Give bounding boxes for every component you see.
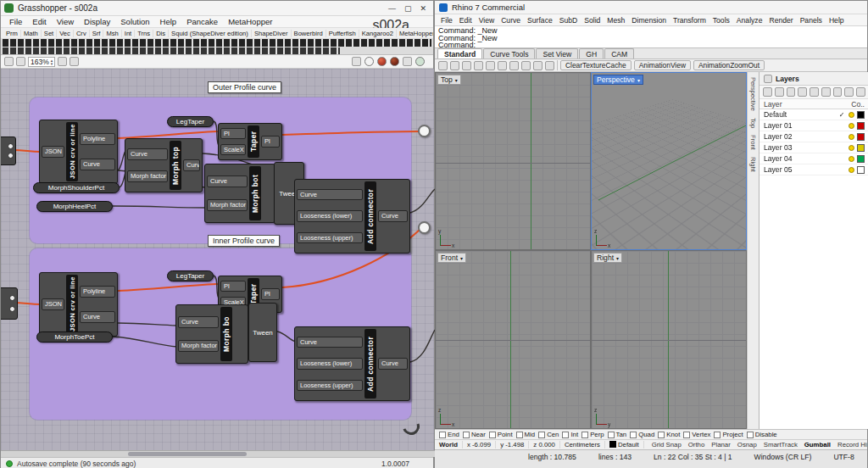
viewport-label-right[interactable]: Right ▾ [593,253,622,263]
delete-layer-icon[interactable] [787,87,796,97]
tab-gh[interactable]: GH [579,48,604,58]
wire[interactable] [282,131,420,135]
wire[interactable] [410,330,435,362]
maximize-icon[interactable]: ▢ [404,4,412,13]
viewport-right[interactable]: Right ▾ y z [591,250,747,429]
param-morphtoepct[interactable]: MorphToePct [36,332,113,343]
toggle-planar[interactable]: Planar [708,441,734,448]
solver-toggle-icon[interactable] [415,57,425,66]
output-jack-icon[interactable] [9,306,15,312]
output-curve[interactable]: Curve [183,159,200,171]
layer-visibility-bulb-icon[interactable] [849,145,854,151]
wire[interactable] [118,323,177,326]
layer-visibility-bulb-icon[interactable] [849,156,854,162]
gh-tab-int[interactable]: Int [122,30,135,37]
wire[interactable] [118,284,218,291]
input-morph-factor[interactable]: Morph factor [127,170,168,182]
output-polyline[interactable]: Polyline [80,133,115,145]
chevron-down-icon[interactable]: ▾ [460,255,463,261]
layer-name[interactable]: Layer 04 [764,154,835,163]
osnap-checkbox[interactable] [608,432,615,438]
layer-visibility-bulb-icon[interactable] [849,112,854,118]
component-add-connector-outer[interactable]: Curve Looseness (lower) Looseness (upper… [294,179,410,254]
zoom-out-icon[interactable]: ▾ [51,62,53,65]
gh-menu-metahopper[interactable]: MetaHopper [223,17,277,26]
osnap-checkbox[interactable] [658,432,665,438]
input-looseness-lower[interactable]: Looseness (lower) [297,210,363,222]
rhino-menu-tools[interactable]: Tools [709,16,733,25]
toggle-osnap[interactable]: Osnap [734,441,760,448]
wire[interactable] [410,189,435,213]
rhino-menu-mesh[interactable]: Mesh [604,16,628,25]
toolbar-button-animationzoomout[interactable]: AnimationZoomOut [693,60,765,70]
viewport-label-front[interactable]: Front ▾ [437,253,466,263]
input-morph-factor[interactable]: Morph factor [178,340,219,352]
gh-menu-edit[interactable]: Edit [27,17,51,26]
component-json-crv-or-line-inner[interactable]: JSON JSON crv or line Polyline Curve [39,272,118,337]
undo-icon[interactable] [486,61,495,70]
output-pl[interactable]: Pl [261,136,280,148]
gh-tab-pufferfish[interactable]: Pufferfish [326,30,359,37]
rotate-view-icon[interactable] [533,61,542,70]
osnap-tan[interactable]: Tan [608,431,627,438]
component-json-crv-or-line-outer[interactable]: JSON JSON crv or line Polyline Curve [39,120,118,184]
output-curve[interactable]: Curve [378,358,408,370]
layer-row[interactable]: Layer 05 [760,164,868,176]
param-legtaper-inner[interactable]: LegTaper [167,270,214,281]
gh-menu-view[interactable]: View [52,17,79,26]
camera-icon[interactable] [403,57,412,66]
layer-name[interactable]: Default [764,110,835,119]
pan-icon[interactable] [509,61,519,70]
osnap-checkbox[interactable] [683,432,690,438]
wire[interactable] [13,150,41,152]
rhino-menu-transform[interactable]: Transform [670,16,709,25]
osnap-point[interactable]: Point [489,431,513,438]
input-looseness-upper[interactable]: Looseness (upper) [297,380,363,392]
wire[interactable] [118,131,218,138]
gh-tab-kangaroo2[interactable]: Kangaroo2 [359,30,397,37]
rhino-menu-help[interactable]: Help [826,16,848,25]
new-sublayer-icon[interactable] [775,87,784,97]
cplane-button[interactable]: World [435,441,463,448]
component-tween-inner[interactable]: Tween [248,303,277,362]
toolbar-button-cleartexturecache[interactable]: ClearTextureCache [560,60,632,70]
canvas-output-port[interactable] [418,125,431,137]
side-tab-perspective[interactable]: Perspective [749,77,757,111]
current-layer-button[interactable]: Default [605,441,644,448]
gh-tab-set[interactable]: Set [42,30,57,37]
gh-menu-pancake[interactable]: Pancake [181,17,223,26]
output-polyline[interactable]: Polyline [80,286,115,298]
layer-panel-icon[interactable] [545,61,554,70]
layer-row[interactable]: Layer 02 [760,131,868,142]
toggle-gumball[interactable]: Gumball [801,441,834,448]
save-file-icon[interactable] [16,57,25,66]
help-icon[interactable] [856,87,865,97]
osnap-knot[interactable]: Knot [658,431,680,438]
gh-tab-metahopper[interactable]: MetaHopper [397,30,433,37]
layer-color-swatch[interactable] [857,133,865,141]
save-file-icon[interactable] [462,61,471,70]
output-curve[interactable]: Curve [80,159,115,170]
param-morphshoulderpct[interactable]: MorphShoulderPct [33,182,120,193]
layer-row[interactable]: Layer 01 [760,120,868,131]
gh-tab-bowerbird[interactable]: Bowerbird [292,30,326,37]
tab-standard[interactable]: Standard [437,48,482,58]
osnap-checkbox[interactable] [562,432,569,438]
layer-visibility-bulb-icon[interactable] [849,123,854,129]
layer-visibility-bulb-icon[interactable] [849,167,854,173]
osnap-vertex[interactable]: Vertex [683,431,710,438]
wireframe-preview-icon[interactable] [364,57,374,66]
zoom-icon[interactable] [521,61,531,70]
layer-tools-icon[interactable] [844,87,854,97]
component-input-stub-outer[interactable] [1,136,16,165]
input-pl[interactable]: Pl [220,128,246,140]
gh-titlebar[interactable]: Grasshopper - s002a — ▢ ✕ [1,1,433,16]
layer-row[interactable]: Layer 03 [760,142,868,153]
group-label-outer[interactable]: Outer Profile curve [208,81,281,93]
input-curve[interactable]: Curve [297,337,363,348]
input-curve[interactable]: Curve [297,189,363,201]
wire[interactable] [113,206,206,208]
osnap-checkbox[interactable] [747,432,754,438]
side-tab-right[interactable]: Right [749,157,757,172]
osnap-checkbox[interactable] [463,432,470,438]
